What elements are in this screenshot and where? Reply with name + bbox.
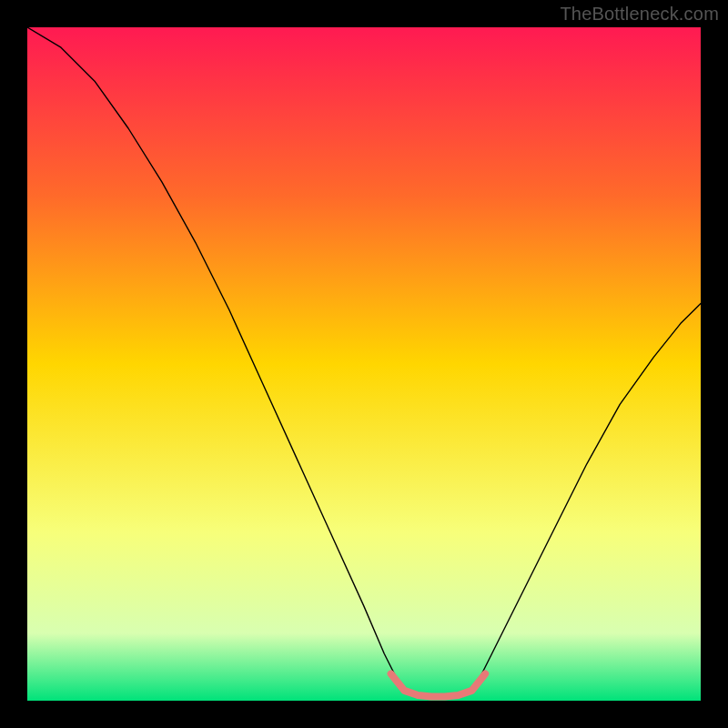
watermark-text: TheBottleneck.com (560, 4, 719, 25)
plot-area (27, 27, 701, 701)
chart-frame: TheBottleneck.com (0, 0, 728, 728)
chart-svg (27, 27, 701, 701)
